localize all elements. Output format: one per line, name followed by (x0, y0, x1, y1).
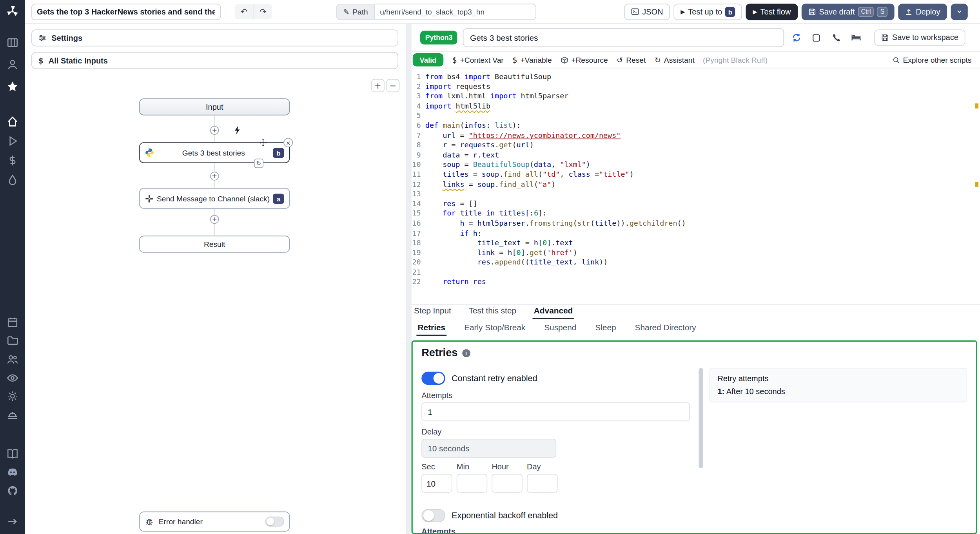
json-button[interactable]: JSON (624, 4, 670, 20)
hour-input[interactable] (492, 474, 522, 493)
code-line[interactable]: from lxml.html import html5parser (425, 92, 980, 101)
windmill-logo-icon[interactable] (6, 5, 19, 18)
trigger-bolt-icon[interactable] (233, 125, 242, 135)
test-up-to-button[interactable]: ▶ Test up to b (674, 4, 742, 20)
attempts-input[interactable] (421, 402, 690, 421)
code-line[interactable]: url = "https://news.ycombinator.com/news… (425, 131, 980, 141)
exponential-backoff-toggle[interactable] (421, 509, 445, 522)
code-line[interactable]: titles = soup.find_all("td", class_="tit… (425, 170, 980, 180)
flow-settings-button[interactable]: Settings (31, 29, 398, 46)
step-name-input[interactable] (463, 28, 784, 47)
code-editor[interactable]: 12345678910111213141516171819202122 from… (412, 68, 980, 304)
sec-input[interactable] (421, 474, 452, 493)
delay-input[interactable] (421, 439, 556, 458)
code-line[interactable]: soup = BeautifulSoup(data, "lxml") (425, 160, 980, 170)
expand-sidebar-icon[interactable] (7, 516, 18, 527)
move-step-icon[interactable] (258, 138, 268, 147)
code-line[interactable]: return res (425, 277, 980, 287)
assistant-button[interactable]: ↻Assistant (Pyright Black Ruff) (655, 56, 768, 64)
add-step-button[interactable]: + (210, 172, 219, 180)
runs-icon[interactable] (7, 136, 18, 147)
add-step-button[interactable]: + (210, 126, 219, 135)
constant-retry-toggle[interactable] (421, 372, 445, 385)
subtab-early-stop[interactable]: Early Stop/Break (463, 323, 526, 336)
subtab-shared-directory[interactable]: Shared Directory (633, 323, 697, 336)
code-lines[interactable]: from bs4 import BeautifulSoupimport requ… (425, 72, 980, 304)
star-icon[interactable] (7, 81, 18, 92)
add-resource-button[interactable]: +Resource (561, 56, 608, 64)
code-line[interactable]: import requests (425, 82, 980, 92)
flow-input-node[interactable]: Input (139, 98, 290, 115)
audit-icon[interactable] (7, 372, 18, 384)
code-line[interactable]: data = r.text (425, 150, 980, 160)
remove-step-button[interactable]: × (283, 138, 293, 147)
code-line[interactable] (425, 111, 980, 121)
panel-splitter[interactable] (407, 24, 412, 534)
code-line[interactable]: for title in titles[:6]: (425, 209, 980, 219)
save-to-workspace-button[interactable]: Save to workspace (875, 29, 965, 46)
code-line[interactable]: links = soup.find_all("a") (425, 179, 980, 189)
sync-icon[interactable] (789, 30, 804, 45)
variables-icon[interactable] (7, 155, 18, 166)
test-flow-button[interactable]: ▶ Test flow (746, 4, 798, 20)
code-line[interactable]: res = [] (425, 199, 980, 209)
code-line[interactable]: from bs4 import BeautifulSoup (425, 72, 980, 82)
schedules-icon[interactable] (7, 317, 18, 328)
redo-button[interactable]: ↷ (253, 4, 272, 20)
discord-icon[interactable] (7, 466, 18, 478)
restart-from-step-button[interactable]: ↻ (254, 159, 263, 168)
code-line[interactable] (425, 189, 980, 199)
zoom-out-button[interactable]: − (387, 79, 400, 92)
flow-title-input[interactable] (31, 4, 221, 20)
code-line[interactable]: import html5lib (425, 101, 980, 111)
error-handler-toggle[interactable] (265, 516, 284, 527)
add-variable-button[interactable]: $+Variable (512, 56, 552, 64)
home-icon[interactable] (7, 116, 18, 127)
code-line[interactable]: link = h[0].get('href') (425, 248, 980, 258)
resources-icon[interactable] (7, 174, 18, 186)
info-icon[interactable]: i (462, 349, 470, 357)
undo-button[interactable]: ↶ (234, 4, 253, 20)
tab-step-input[interactable]: Step Input (413, 306, 452, 319)
tab-advanced[interactable]: Advanced (533, 306, 574, 319)
subtab-sleep[interactable]: Sleep (594, 323, 617, 336)
user-icon[interactable] (7, 59, 18, 70)
bed-icon[interactable] (849, 30, 863, 45)
phone-icon[interactable] (829, 30, 843, 45)
zoom-in-button[interactable]: + (371, 79, 385, 92)
settings-gear-icon[interactable] (7, 391, 18, 402)
apps-icon[interactable] (7, 37, 18, 48)
path-button[interactable]: ✎Path (336, 4, 374, 20)
flow-step-a-node[interactable]: Send Message to Channel (slack) a (139, 188, 290, 209)
reset-button[interactable]: ↺Reset (617, 56, 646, 64)
square-icon[interactable] (809, 30, 823, 45)
subtab-suspend[interactable]: Suspend (543, 323, 578, 336)
add-context-var-button[interactable]: $+Context Var (452, 56, 503, 64)
save-draft-button[interactable]: Save draft Ctrl S (802, 4, 895, 20)
github-icon[interactable] (7, 485, 18, 496)
day-input[interactable] (527, 474, 557, 493)
tab-test-this-step[interactable]: Test this step (467, 306, 517, 319)
code-line[interactable]: h = html5parser.fromstring(str(title)).g… (425, 219, 980, 228)
code-line[interactable]: title_text = h[0].text (425, 238, 980, 248)
code-line[interactable]: def main(infos: list): (425, 121, 980, 131)
retries-scrollbar[interactable] (699, 368, 703, 534)
workers-icon[interactable] (7, 409, 18, 421)
deploy-button[interactable]: Deploy (898, 4, 947, 20)
min-input[interactable] (457, 474, 487, 493)
deploy-dropdown-button[interactable] (951, 4, 968, 20)
folders-icon[interactable] (7, 335, 18, 346)
all-static-inputs-button[interactable]: $ All Static Inputs (31, 52, 398, 69)
code-line[interactable]: res.append((title_text, link)) (425, 258, 980, 268)
code-line[interactable]: if h: (425, 228, 980, 238)
groups-icon[interactable] (7, 353, 18, 365)
path-input[interactable] (374, 4, 536, 20)
code-line[interactable]: r = requests.get(url) (425, 141, 980, 150)
flow-result-node[interactable]: Result (139, 236, 290, 253)
code-line[interactable] (425, 268, 980, 277)
docs-icon[interactable] (7, 448, 18, 460)
flow-step-b-node[interactable]: Gets 3 best stories b × ↻ (139, 142, 290, 163)
add-step-button[interactable]: + (210, 215, 219, 224)
subtab-retries[interactable]: Retries (416, 323, 446, 336)
error-handler-node[interactable]: Error handler (139, 512, 290, 532)
